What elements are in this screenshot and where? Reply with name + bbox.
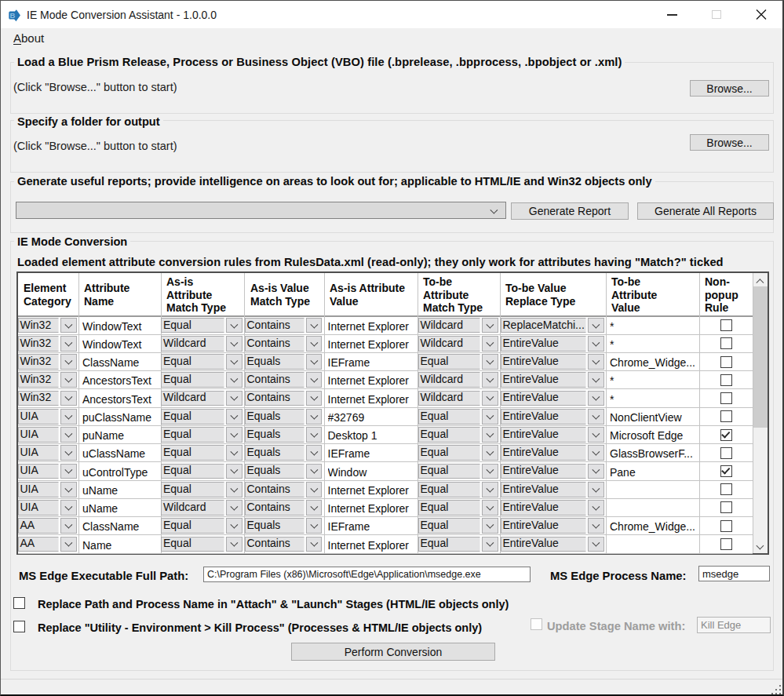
svg-text:B: B [10, 11, 16, 20]
